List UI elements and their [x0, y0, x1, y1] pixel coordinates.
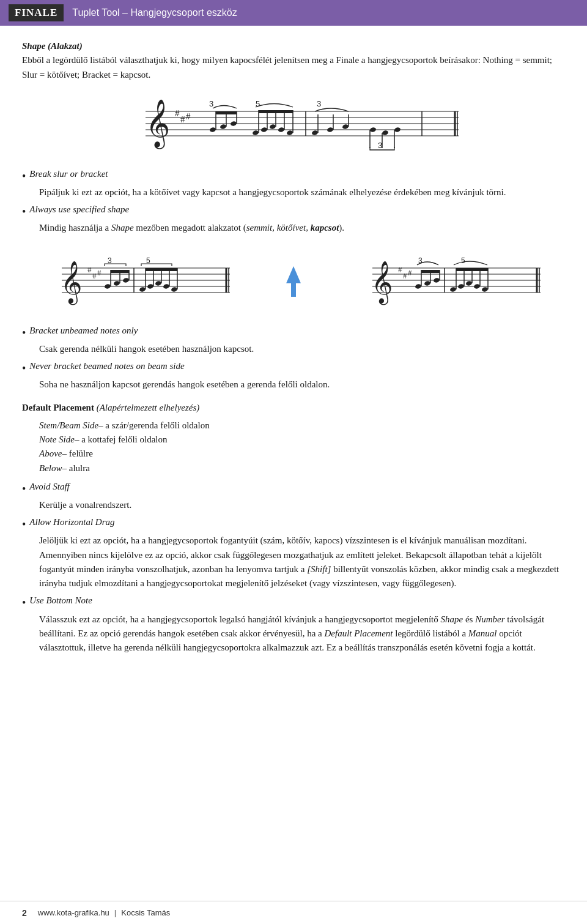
- svg-point-12: [220, 124, 226, 129]
- svg-point-37: [369, 127, 376, 132]
- svg-point-57: [105, 283, 111, 289]
- footer-separator: |: [114, 908, 116, 917]
- never-bracket-body: Soha ne használjon kapcsot gerendás hang…: [22, 378, 565, 392]
- svg-point-22: [269, 124, 276, 129]
- svg-point-104: [473, 283, 480, 289]
- svg-point-30: [311, 130, 318, 135]
- main-content: Shape (Alakzat) Ebből a legördülő listáb…: [0, 26, 587, 672]
- always-use-item: • Always use specified shape: [22, 204, 565, 220]
- svg-marker-108: [456, 268, 488, 271]
- svg-point-26: [286, 130, 293, 135]
- svg-text:3: 3: [317, 99, 321, 108]
- svg-marker-96: [421, 270, 440, 273]
- svg-text:𝄞: 𝄞: [371, 261, 393, 305]
- bracket-unbeamed-label: Bracket unbeamed notes only: [29, 326, 138, 336]
- placement-item-4: Below– alulra: [39, 461, 565, 475]
- always-use-label: Always use specified shape: [29, 204, 129, 215]
- svg-point-39: [382, 130, 388, 135]
- svg-point-92: [424, 280, 430, 286]
- placement-item-3: Above– felülre: [39, 447, 565, 461]
- allow-horizontal-section: • Allow Horizontal Drag Jelöljük ki ezt …: [22, 517, 565, 591]
- svg-marker-16: [216, 111, 237, 114]
- app-header: FINALE Tuplet Tool – Hangjegycsoport esz…: [0, 0, 587, 26]
- svg-text:#: #: [186, 111, 191, 121]
- svg-point-73: [171, 286, 178, 292]
- avoid-staff-section: • Avoid Staff Kerülje a vonalrendszert.: [22, 482, 565, 512]
- bullet-dot-5: •: [22, 482, 26, 497]
- arrow-indicator: [281, 266, 306, 297]
- use-bottom-label: Use Bottom Note: [29, 595, 92, 606]
- svg-point-34: [342, 124, 349, 129]
- svg-text:𝄞: 𝄞: [61, 261, 82, 305]
- svg-point-100: [457, 283, 464, 289]
- svg-point-67: [147, 283, 154, 289]
- placement-item-1: Stem/Beam Side– a szár/gerenda felőli ol…: [39, 419, 565, 433]
- shape-paragraph: Shape (Alakzat) Ebből a legördülő listáb…: [22, 39, 565, 82]
- svg-point-10: [209, 127, 216, 132]
- music-staff-2a: 𝄞 # # # 3 5: [43, 247, 233, 317]
- break-slur-item: • Break slur or bracket: [22, 169, 565, 184]
- svg-point-41: [394, 127, 401, 132]
- svg-point-69: [155, 280, 162, 286]
- use-bottom-body: Válasszuk ezt az opciót, ha a hangjegycs…: [22, 613, 565, 655]
- svg-point-102: [465, 280, 472, 286]
- default-placement-heading: Default Placement (Alapértelmezett elhel…: [22, 401, 565, 415]
- music-staff-2b: 𝄞 # # # 3 5: [354, 247, 544, 317]
- bullet-dot-2: •: [22, 204, 26, 220]
- always-use-section: • Always use specified shape Mindig hasz…: [22, 204, 565, 235]
- svg-point-18: [252, 130, 259, 135]
- svg-point-106: [481, 286, 488, 292]
- allow-horizontal-body: Jelöljük ki ezt az opciót, ha a hangjegy…: [22, 534, 565, 591]
- svg-marker-75: [146, 268, 177, 271]
- footer-website: www.kota-grafika.hu: [38, 908, 109, 917]
- blue-arrow-icon: [281, 266, 306, 297]
- svg-point-59: [114, 280, 120, 286]
- avoid-staff-label: Avoid Staff: [29, 482, 69, 492]
- svg-point-20: [260, 127, 267, 132]
- svg-text:#: #: [408, 268, 412, 277]
- allow-horizontal-label: Allow Horizontal Drag: [29, 517, 114, 527]
- svg-text:#: #: [403, 271, 407, 280]
- svg-point-71: [163, 283, 170, 289]
- music-area-2: 𝄞 # # # 3 5: [22, 247, 565, 317]
- avoid-staff-body: Kerülje a vonalrendszert.: [22, 498, 565, 512]
- svg-marker-28: [259, 110, 293, 113]
- allow-horizontal-item: • Allow Horizontal Drag: [22, 517, 565, 532]
- svg-text:𝄞: 𝄞: [146, 99, 170, 149]
- default-placement-bold: Default Placement: [22, 403, 94, 412]
- break-slur-body: Pipáljuk ki ezt az opciót, ha a kötőívet…: [22, 185, 565, 199]
- bracket-unbeamed-section: • Bracket unbeamed notes only Csak geren…: [22, 326, 565, 356]
- never-bracket-label: Never bracket beamed notes on beam side: [29, 361, 184, 371]
- footer-author: Kocsis Tamás: [121, 908, 170, 917]
- svg-point-90: [415, 283, 421, 289]
- svg-point-61: [123, 277, 130, 283]
- svg-marker-63: [111, 270, 129, 273]
- svg-point-24: [278, 127, 284, 132]
- bullet-dot-6: •: [22, 517, 26, 532]
- never-bracket-section: • Never bracket beamed notes on beam sid…: [22, 361, 565, 392]
- default-placement-italic: (Alapértelmezett elhelyezés): [97, 403, 200, 412]
- svg-point-32: [327, 127, 333, 132]
- bullet-dot-7: •: [22, 595, 26, 611]
- bullet-dot-4: •: [22, 361, 26, 376]
- page-footer: 2 www.kota-grafika.hu | Kocsis Tamás: [0, 901, 587, 924]
- svg-text:#: #: [87, 265, 92, 274]
- svg-text:3: 3: [378, 141, 382, 150]
- svg-point-98: [449, 286, 456, 292]
- bullet-dot-3: •: [22, 326, 26, 341]
- shape-section: Shape (Alakzat) Ebből a legördülő listáb…: [22, 39, 565, 82]
- svg-point-65: [139, 286, 146, 292]
- music-staff-1: 𝄞 # # # 3 5: [122, 93, 465, 160]
- use-bottom-item: • Use Bottom Note: [22, 595, 565, 611]
- page-number: 2: [22, 908, 27, 918]
- svg-text:#: #: [97, 268, 102, 277]
- default-placement-items: Stem/Beam Side– a szár/gerenda felőli ol…: [22, 419, 565, 475]
- svg-text:#: #: [398, 265, 402, 274]
- placement-item-2: Note Side– a kottafej felőli oldalon: [39, 433, 565, 447]
- music-area-1: 𝄞 # # # 3 5: [22, 93, 565, 160]
- svg-text:#: #: [92, 271, 97, 280]
- svg-text:#: #: [180, 114, 185, 124]
- bullet-dot-1: •: [22, 169, 26, 184]
- default-placement-section: Default Placement (Alapértelmezett elhel…: [22, 401, 565, 475]
- svg-point-14: [230, 121, 237, 126]
